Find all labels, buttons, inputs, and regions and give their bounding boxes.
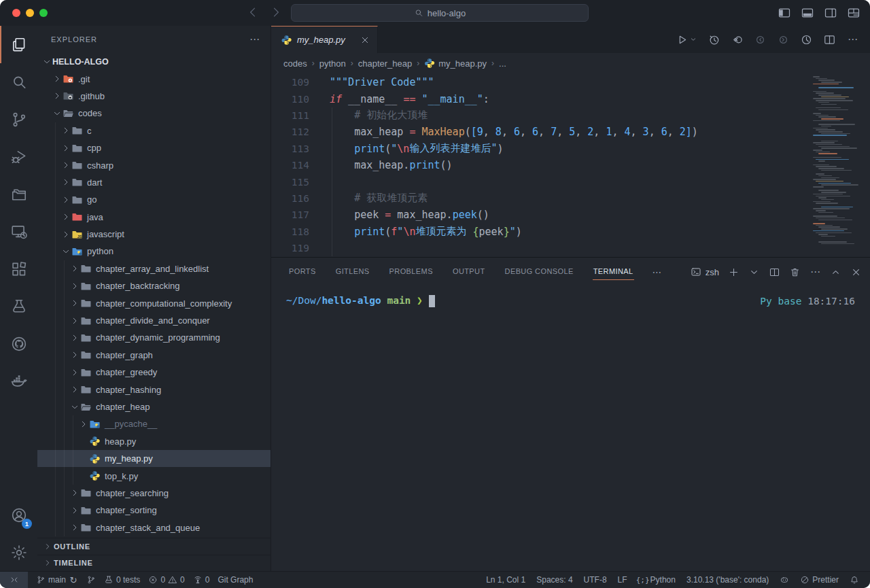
tree-item-chapter-searching[interactable]: chapter_searching (37, 485, 271, 502)
more-actions-button[interactable]: ⋯ (846, 33, 859, 46)
tree-item-javascript[interactable]: JSjavascript (37, 226, 271, 243)
tree-item-chapter-heap[interactable]: chapter_heap (37, 398, 271, 415)
status-language-mode[interactable]: {;}Python (633, 572, 681, 588)
timeline-section[interactable]: TIMELINE (37, 555, 271, 571)
code-editor[interactable]: 109"""Driver Code"""110if __name__ == "_… (271, 73, 870, 257)
tree-item-heap-py[interactable]: heap.py (37, 433, 271, 450)
panel-tab-terminal[interactable]: TERMINAL (593, 264, 634, 280)
breadcrumb-python[interactable]: python (319, 58, 346, 69)
tree-item-chapter-dynamic-programming[interactable]: chapter_dynamic_programming (37, 329, 271, 346)
tree-item-top-k-py[interactable]: top_k.py (37, 467, 271, 484)
panel-tab-problems[interactable]: PROBLEMS (389, 264, 434, 280)
status-remote-indicator[interactable] (0, 572, 28, 588)
status-encoding[interactable]: UTF-8 (578, 572, 612, 588)
activity-extensions[interactable] (0, 250, 37, 288)
panel-tab-gitlens[interactable]: GITLENS (335, 264, 370, 280)
activity-project-manager[interactable] (0, 175, 37, 213)
tree-item-python[interactable]: python (37, 243, 271, 260)
zoom-window-button[interactable] (39, 9, 48, 17)
tree-item-c[interactable]: c (37, 122, 271, 139)
close-window-button[interactable] (12, 9, 20, 17)
navigate-back-icon[interactable] (246, 5, 260, 19)
breadcrumb--[interactable]: ... (499, 58, 506, 69)
activity-docker[interactable] (0, 362, 37, 400)
minimize-window-button[interactable] (26, 9, 34, 17)
status-problems[interactable]: 00 (144, 572, 188, 588)
tree-item-chapter-sorting[interactable]: chapter_sorting (37, 502, 271, 519)
tree-item--github[interactable]: .github (37, 88, 271, 105)
file-history-button[interactable] (800, 33, 813, 46)
shell-select[interactable]: zsh (691, 266, 719, 277)
status-git-graph[interactable]: Git Graph (213, 572, 257, 588)
tree-item-my-heap-py[interactable]: my_heap.py (37, 450, 271, 467)
split-terminal-icon[interactable] (769, 266, 780, 278)
kill-terminal-icon[interactable] (789, 266, 801, 278)
tree-item-go[interactable]: go (37, 191, 271, 208)
tree-root[interactable]: HELLO-ALGO (37, 53, 271, 70)
status-git-branch[interactable]: main↻ (32, 572, 82, 588)
status-git-graph-branch[interactable] (82, 572, 100, 588)
tree-item--pycache-[interactable]: __pycache__ (37, 415, 271, 432)
outline-section[interactable]: OUTLINE (37, 538, 271, 554)
status-eol[interactable]: LF (612, 572, 633, 588)
close-panel-icon[interactable] (850, 266, 862, 278)
tree-item-csharp[interactable]: csharp (37, 156, 271, 173)
new-terminal-icon[interactable] (728, 266, 740, 278)
tree-item-chapter-divide-and-conquer[interactable]: chapter_divide_and_conquer (37, 312, 271, 329)
tree-item-chapter-backtracking[interactable]: chapter_backtracking (37, 277, 271, 294)
status-cursor-position[interactable]: Ln 1, Col 1 (481, 572, 531, 588)
tree-item-java[interactable]: java (37, 209, 271, 226)
customize-layout-icon[interactable] (847, 6, 860, 20)
launch-profile-icon[interactable] (748, 266, 760, 278)
terminal-more-icon[interactable]: ⋯ (810, 266, 821, 278)
gitlens-back-button[interactable] (731, 33, 744, 46)
terminal[interactable]: ~/Dow/hello-algo main ❯ Py base 18:17:16 (271, 286, 870, 571)
maximize-panel-icon[interactable] (830, 266, 841, 278)
status-prettier[interactable]: Prettier (795, 572, 844, 588)
split-editor-button[interactable] (823, 33, 836, 46)
navigate-forward-icon[interactable] (269, 5, 283, 19)
activity-accounts[interactable]: 1 (0, 496, 37, 534)
tree-item-cpp[interactable]: cpp (37, 139, 271, 156)
tree-item-codes[interactable]: codes (37, 105, 271, 122)
tree-item-chapter-stack-and-queue[interactable]: chapter_stack_and_queue (37, 519, 271, 536)
activity-search[interactable] (0, 63, 37, 101)
activity-github[interactable] (0, 325, 37, 362)
toggle-panel-icon[interactable] (801, 6, 814, 20)
tree-item--git[interactable]: .git (37, 70, 271, 87)
tree-item-chapter-graph[interactable]: chapter_graph (37, 347, 271, 364)
tree-item-dart[interactable]: dart (37, 174, 271, 191)
activity-settings[interactable] (0, 534, 37, 571)
panel-tab-ports[interactable]: PORTS (288, 264, 317, 280)
activity-run-and-debug[interactable] (0, 138, 37, 175)
status-python-interpreter[interactable]: 3.10.13 ('base': conda) (681, 572, 774, 588)
status-indentation[interactable]: Spaces: 4 (531, 572, 578, 588)
tree-item-chapter-greedy[interactable]: chapter_greedy (37, 364, 271, 381)
next-change-button[interactable] (777, 33, 790, 46)
toggle-secondary-sidebar-icon[interactable] (824, 6, 837, 20)
panel-tab-output[interactable]: OUTPUT (452, 264, 486, 280)
activity-explorer[interactable] (0, 26, 37, 63)
status-copilot[interactable] (774, 572, 795, 588)
toggle-primary-sidebar-icon[interactable] (778, 6, 791, 20)
views-and-more-actions-icon[interactable]: ⋯ (249, 33, 261, 46)
status-ports[interactable]: 0 (189, 572, 214, 588)
run-button[interactable] (676, 33, 697, 46)
status-notifications[interactable] (844, 572, 865, 588)
minimap[interactable] (812, 73, 860, 252)
tree-item-chapter-hashing[interactable]: chapter_hashing (37, 381, 271, 398)
breadcrumb-chapter-heap[interactable]: chapter_heap (358, 58, 413, 69)
tab-my-heap-py[interactable]: my_heap.py (271, 26, 378, 53)
breadcrumb-codes[interactable]: codes (283, 58, 307, 69)
activity-remote-explorer[interactable] (0, 213, 37, 250)
tree-item-chapter-computational-complexity[interactable]: chapter_computational_complexity (37, 294, 271, 311)
local-history-button[interactable] (708, 33, 720, 46)
panel-more-tabs-icon[interactable]: ⋯ (652, 266, 662, 277)
command-center-search[interactable]: hello-algo (291, 4, 589, 22)
tree-item-chapter-array-and-linkedlist[interactable]: chapter_array_and_linkedlist (37, 260, 271, 277)
activity-testing[interactable] (0, 288, 37, 325)
activity-source-control[interactable] (0, 101, 37, 138)
panel-tab-debug-console[interactable]: DEBUG CONSOLE (504, 264, 574, 280)
breadcrumb-my-heap-py[interactable]: my_heap.py (424, 58, 487, 69)
status-tests[interactable]: 0 tests (100, 572, 144, 588)
